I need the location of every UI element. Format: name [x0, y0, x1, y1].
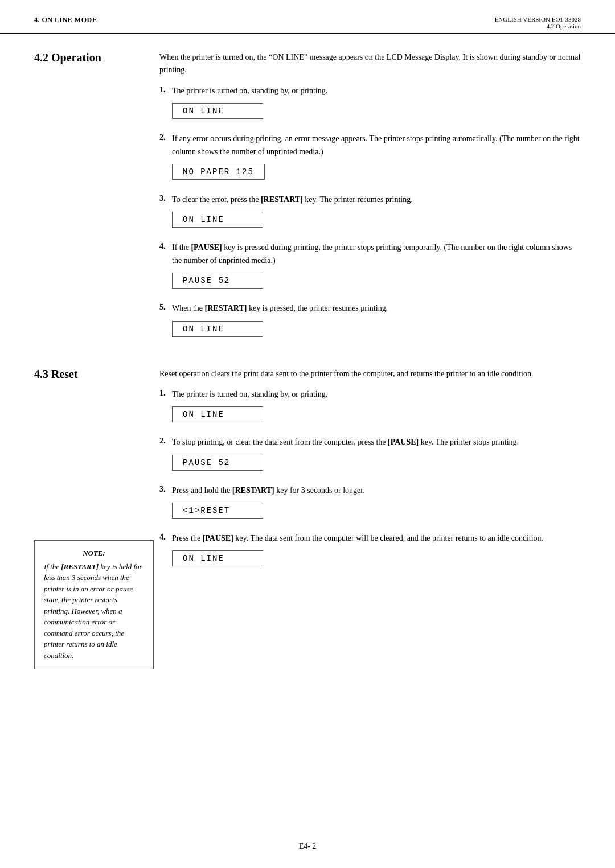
item-43-3-row: 3. Press and hold the [RESTART] key for …: [159, 484, 581, 500]
key-pause-4: [PAUSE]: [191, 243, 222, 252]
item-42-2-row: 2. If any error occurs during printing, …: [159, 133, 581, 162]
key-restart-5: [RESTART]: [205, 304, 247, 312]
item-42-5-num: 5.: [159, 303, 172, 312]
item-42-4: 4. If the [PAUSE] key is pressed during …: [159, 241, 581, 294]
section-43-intro: Reset operation clears the print data se…: [159, 368, 581, 380]
page-header: 4. ON LINE MODE ENGLISH VERSION EO1-3302…: [0, 0, 615, 34]
item-42-2: 2. If any error occurs during printing, …: [159, 133, 581, 186]
section-42-left: 4.2 Operation: [34, 51, 159, 351]
main-content: 4.2 Operation When the printer is turned…: [0, 34, 615, 709]
section-43-left: 4.3 Reset NOTE: If the [RESTART] key is …: [34, 368, 159, 670]
item-43-3-text: Press and hold the [RESTART] key for 3 s…: [172, 484, 581, 497]
item-43-1: 1. The printer is turned on, standing by…: [159, 388, 581, 428]
item-43-2-row: 2. To stop printing, or clear the data s…: [159, 436, 581, 452]
item-42-4-row: 4. If the [PAUSE] key is pressed during …: [159, 241, 581, 270]
section-42-intro: When the printer is turned on, the “ON L…: [159, 51, 581, 77]
section-43-title: 4.3 Reset: [34, 368, 148, 381]
item-42-1-row: 1. The printer is turned on, standing by…: [159, 85, 581, 101]
item-43-2-content: To stop printing, or clear the data sent…: [172, 436, 581, 452]
item-42-2-content: If any error occurs during printing, an …: [172, 133, 581, 162]
item-42-4-content: If the [PAUSE] key is pressed during pri…: [172, 241, 581, 270]
item-43-3-num: 3.: [159, 485, 172, 494]
item-42-1-content: The printer is turned on, standing by, o…: [172, 85, 581, 101]
item-42-1: 1. The printer is turned on, standing by…: [159, 85, 581, 125]
header-right: ENGLISH VERSION EO1-33028 4.2 Operation: [495, 16, 581, 30]
lcd-42-3: ON LINE: [172, 212, 263, 228]
section-43: 4.3 Reset NOTE: If the [RESTART] key is …: [34, 368, 581, 670]
header-version: ENGLISH VERSION EO1-33028: [495, 16, 581, 23]
item-42-3-content: To clear the error, press the [RESTART] …: [172, 194, 581, 209]
item-42-3-num: 3.: [159, 194, 172, 203]
key-pause-r2: [PAUSE]: [388, 438, 419, 446]
note-text: If the [RESTART] key is held for less th…: [44, 561, 144, 661]
item-42-2-text: If any error occurs during printing, an …: [172, 133, 581, 158]
item-42-1-text: The printer is turned on, standing by, o…: [172, 85, 581, 97]
item-43-3: 3. Press and hold the [RESTART] key for …: [159, 484, 581, 524]
item-43-4-text: Press the [PAUSE] key. The data sent fro…: [172, 532, 581, 545]
item-42-2-num: 2.: [159, 133, 172, 142]
page-number: E4- 2: [299, 842, 317, 850]
lcd-42-1: ON LINE: [172, 103, 263, 119]
item-43-2: 2. To stop printing, or clear the data s…: [159, 436, 581, 476]
header-section: 4.2 Operation: [495, 23, 581, 30]
item-42-3: 3. To clear the error, press the [RESTAR…: [159, 194, 581, 233]
item-43-4-num: 4.: [159, 533, 172, 542]
key-pause-r4: [PAUSE]: [203, 534, 233, 542]
item-42-5: 5. When the [RESTART] key is pressed, th…: [159, 302, 581, 342]
header-chapter: 4. ON LINE MODE: [34, 16, 97, 24]
item-42-4-num: 4.: [159, 242, 172, 251]
key-restart-r3: [RESTART]: [232, 486, 274, 495]
item-43-3-content: Press and hold the [RESTART] key for 3 s…: [172, 484, 581, 500]
lcd-43-3: <1>RESET: [172, 503, 263, 519]
item-43-2-num: 2.: [159, 437, 172, 446]
item-43-2-text: To stop printing, or clear the data sent…: [172, 436, 581, 449]
lcd-43-2: PAUSE 52: [172, 455, 263, 471]
item-42-4-text: If the [PAUSE] key is pressed during pri…: [172, 241, 581, 267]
item-42-5-row: 5. When the [RESTART] key is pressed, th…: [159, 302, 581, 318]
lcd-42-4: PAUSE 52: [172, 273, 263, 289]
item-42-3-row: 3. To clear the error, press the [RESTAR…: [159, 194, 581, 209]
item-43-4-row: 4. Press the [PAUSE] key. The data sent …: [159, 532, 581, 548]
item-42-5-content: When the [RESTART] key is pressed, the p…: [172, 302, 581, 318]
section-42: 4.2 Operation When the printer is turned…: [34, 51, 581, 351]
lcd-42-2: NO PAPER 125: [172, 164, 265, 180]
section-42-right: When the printer is turned on, the “ON L…: [159, 51, 581, 351]
item-43-4: 4. Press the [PAUSE] key. The data sent …: [159, 532, 581, 572]
item-43-1-num: 1.: [159, 389, 172, 398]
lcd-43-1: ON LINE: [172, 406, 263, 422]
item-42-5-text: When the [RESTART] key is pressed, the p…: [172, 302, 581, 315]
item-42-1-num: 1.: [159, 85, 172, 94]
page: 4. ON LINE MODE ENGLISH VERSION EO1-3302…: [0, 0, 615, 868]
lcd-42-5: ON LINE: [172, 321, 263, 337]
item-43-1-content: The printer is turned on, standing by, o…: [172, 388, 581, 404]
item-43-1-text: The printer is turned on, standing by, o…: [172, 388, 581, 401]
note-title: NOTE:: [44, 549, 144, 558]
item-42-3-text: To clear the error, press the [RESTART] …: [172, 194, 581, 206]
item-43-4-content: Press the [PAUSE] key. The data sent fro…: [172, 532, 581, 548]
section-42-title: 4.2 Operation: [34, 51, 148, 64]
key-restart-3: [RESTART]: [261, 195, 303, 204]
note-box: NOTE: If the [RESTART] key is held for l…: [34, 540, 154, 670]
item-43-1-row: 1. The printer is turned on, standing by…: [159, 388, 581, 404]
section-43-right: Reset operation clears the print data se…: [159, 368, 581, 670]
lcd-43-4: ON LINE: [172, 550, 263, 566]
page-footer: E4- 2: [0, 842, 615, 851]
